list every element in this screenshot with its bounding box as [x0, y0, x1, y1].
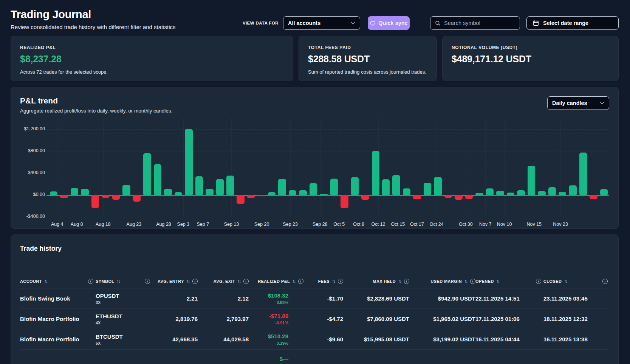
quick-sync-label: Quick sync	[378, 20, 407, 26]
realized-pnl-percent: 3.19%	[249, 341, 288, 345]
search-input[interactable]	[444, 20, 508, 26]
pnl-bar-negative[interactable]	[91, 195, 99, 208]
info-icon[interactable]: i	[145, 279, 150, 284]
pnl-bar-positive[interactable]	[372, 151, 379, 195]
info-icon[interactable]: i	[404, 279, 409, 284]
realized-pnl-value: $—	[249, 356, 288, 362]
pnl-bar-positive[interactable]	[559, 192, 566, 195]
pnl-bar-positive[interactable]	[403, 188, 410, 195]
pnl-bar-positive[interactable]	[154, 164, 161, 195]
pnl-bar-negative[interactable]	[237, 195, 244, 204]
pnl-bar-negative[interactable]	[60, 195, 68, 199]
pnl-bar-negative[interactable]	[247, 195, 255, 198]
pnl-bar-positive[interactable]	[528, 166, 535, 195]
trade-row[interactable]: Blofin Macro PortfolioBTCUSDT5X42,668.35…	[20, 329, 609, 349]
pnl-bar-negative[interactable]	[413, 195, 421, 200]
pnl-bar-positive[interactable]	[164, 189, 172, 195]
pnl-bar-positive[interactable]	[382, 179, 390, 195]
pnl-bar-positive[interactable]	[507, 193, 514, 195]
info-icon[interactable]: i	[243, 279, 249, 284]
chart-title-block: P&L trend Aggregate realized profit/loss…	[20, 96, 172, 114]
sort-icon[interactable]: ↑↓	[237, 279, 241, 284]
pnl-bar-positive[interactable]	[206, 189, 213, 195]
info-icon[interactable]: i	[470, 279, 475, 284]
cell-account: Blofin Macro Portfolio	[20, 316, 96, 322]
info-icon[interactable]: i	[192, 279, 198, 284]
pnl-bar-positive[interactable]	[579, 153, 587, 195]
pnl-bar-positive[interactable]	[310, 183, 317, 195]
quick-sync-button[interactable]: Quick sync	[368, 16, 410, 30]
pnl-bar-negative[interactable]	[361, 195, 369, 200]
sort-icon[interactable]: ↑↓	[44, 279, 48, 284]
pnl-bar-positive[interactable]	[320, 194, 327, 195]
pnl-bar-positive[interactable]	[216, 179, 224, 195]
sort-icon[interactable]: ↑↓	[464, 279, 468, 284]
sort-icon[interactable]: ↑↓	[564, 279, 568, 284]
info-icon[interactable]: i	[536, 279, 541, 284]
pnl-bar-positive[interactable]	[81, 189, 88, 195]
pnl-bar-positive[interactable]	[289, 190, 296, 195]
pnl-bar-negative[interactable]	[444, 195, 452, 198]
pnl-bar-positive[interactable]	[424, 183, 431, 195]
account-filter-dropdown[interactable]: All accounts	[283, 16, 360, 30]
trade-row[interactable]: $—	[20, 349, 609, 364]
pnl-bar-positive[interactable]	[71, 188, 78, 194]
pnl-bar-positive[interactable]	[143, 153, 151, 195]
sort-icon[interactable]: ↑↓	[332, 279, 336, 284]
pnl-bar-positive[interactable]	[122, 185, 130, 195]
pnl-bar-negative[interactable]	[455, 195, 462, 200]
info-icon[interactable]: i	[298, 279, 303, 284]
info-icon[interactable]: i	[88, 279, 93, 284]
pnl-bar-negative[interactable]	[465, 195, 473, 199]
pnl-bar-positive[interactable]	[351, 177, 359, 195]
pnl-bar-positive[interactable]	[486, 188, 494, 195]
x-axis-tick-label: Aug 8	[71, 222, 83, 227]
bar-slot	[70, 119, 80, 217]
cell-fees: -$4.72	[303, 316, 343, 322]
pnl-bar-positive[interactable]	[226, 176, 234, 195]
sort-icon[interactable]: ↑↓	[496, 279, 500, 284]
date-range-button[interactable]: Select date range	[526, 16, 619, 30]
trade-row[interactable]: Blofin Macro PortfolioETHUSDT4X2,819.762…	[20, 308, 609, 329]
trade-row[interactable]: Blofin Swing BookOPUSDT3X2.212.12$108.32…	[20, 288, 609, 308]
sort-icon[interactable]: ↑↓	[186, 279, 190, 284]
pnl-bar-negative[interactable]	[112, 195, 120, 200]
pnl-bar-positive[interactable]	[299, 190, 306, 195]
pnl-bar-positive[interactable]	[195, 176, 203, 194]
pnl-bar-positive[interactable]	[569, 185, 576, 195]
pnl-bar-positive[interactable]	[392, 175, 400, 195]
column-label: REALIZED P&L	[258, 279, 290, 284]
x-axis-tick-label: Nov 23	[553, 222, 568, 227]
pnl-bar-negative[interactable]	[341, 195, 348, 208]
pnl-bar-positive[interactable]	[268, 192, 276, 195]
pnl-bar-positive[interactable]	[600, 189, 608, 194]
pnl-bar-negative[interactable]	[133, 195, 141, 202]
pnl-bar-positive[interactable]	[50, 191, 57, 195]
pnl-bar-positive[interactable]	[538, 191, 545, 194]
pnl-bar-positive[interactable]	[548, 187, 556, 195]
x-axis-tick-label: Sep 3	[177, 222, 190, 227]
pnl-bar-positive[interactable]	[517, 190, 525, 195]
info-icon[interactable]: i	[338, 279, 343, 284]
x-axis-labels: Aug 4Aug 8Aug 18Aug 23Aug 28Sep 3Sep 7Se…	[49, 217, 609, 227]
pnl-bar-positive[interactable]	[475, 193, 483, 195]
pnl-bar-negative[interactable]	[590, 195, 597, 199]
sort-icon[interactable]: ↑↓	[292, 279, 296, 284]
bar-slot	[59, 119, 69, 217]
candle-interval-dropdown[interactable]: Daily candles	[547, 96, 609, 110]
sort-icon[interactable]: ↑↓	[398, 279, 402, 284]
pnl-bar-positive[interactable]	[330, 179, 338, 195]
pnl-bar-negative[interactable]	[102, 195, 109, 198]
bar-slot	[235, 119, 246, 217]
sort-icon[interactable]: ↑↓	[116, 279, 120, 284]
pnl-bar-positive[interactable]	[175, 192, 182, 195]
pnl-bar-positive[interactable]	[496, 191, 504, 195]
pnl-bar-positive[interactable]	[185, 129, 192, 194]
bar-slot	[111, 119, 121, 217]
pnl-bar-negative[interactable]	[257, 195, 265, 196]
stat-label: TOTAL FEES PAID	[308, 45, 427, 50]
info-icon[interactable]: i	[602, 279, 608, 284]
column-header-used-margin: USED MARGIN↑↓i	[409, 279, 475, 284]
pnl-bar-positive[interactable]	[434, 177, 441, 195]
pnl-bar-positive[interactable]	[278, 179, 286, 195]
